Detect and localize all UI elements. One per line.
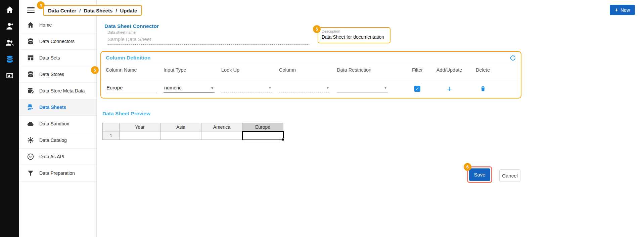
divider	[101, 64, 521, 64]
preview-col-asia[interactable]: Asia	[160, 123, 201, 131]
sidebar-item-label: Data Store Meta Data	[39, 88, 85, 93]
delete-icon[interactable]	[480, 85, 486, 92]
icon-rail	[0, 0, 19, 237]
sidebar-item-label: Home	[39, 22, 52, 28]
sidebar-menu: Home Data Connectors Data Sets Data Stor…	[19, 17, 96, 182]
sidebar-item-data-preparation[interactable]: Data Preparation	[19, 165, 96, 182]
funnel-icon	[27, 169, 34, 177]
data-sheet-name-label: Data sheet name	[107, 30, 310, 34]
cancel-button[interactable]: Cancel	[499, 169, 520, 182]
plus-icon: +	[615, 7, 618, 13]
chevron-down-icon: ▾	[327, 85, 329, 90]
section-title-data-sheet-preview: Data Sheet Preview	[102, 111, 150, 117]
breadcrumb: Data Center / Data Sheets / Update	[43, 5, 142, 16]
user-admin-icon[interactable]	[5, 22, 14, 31]
header-add-update: Add/Update	[431, 67, 468, 73]
data-sheet-name-field: Data sheet name	[107, 30, 310, 45]
sidebar-item-data-sets[interactable]: Data Sets	[19, 50, 96, 66]
main-content: Data Sheet Connector Data sheet name 5 D…	[97, 19, 644, 237]
header-column-name: Column Name	[106, 67, 164, 73]
breadcrumb-separator: /	[116, 8, 117, 13]
step-badge-5-column-definition: 5	[91, 66, 99, 74]
input-type-value: numeric	[164, 85, 182, 90]
breadcrumb-data-center[interactable]: Data Center	[48, 8, 76, 13]
data-restriction-dropdown[interactable]: ▾	[337, 85, 388, 92]
description-input[interactable]	[322, 33, 386, 40]
svg-text:API: API	[29, 156, 33, 158]
header-data-restriction: Data Restriction	[337, 67, 404, 73]
header-input-type: Input Type	[164, 67, 221, 73]
sidebar-item-data-stores[interactable]: Data Stores	[19, 66, 96, 83]
sidebar-item-data-catalog[interactable]: Data Catalog	[19, 132, 96, 149]
api-icon: API	[27, 153, 34, 160]
breadcrumb-separator: /	[79, 8, 81, 13]
corner-cell	[103, 123, 120, 131]
database-icon[interactable]	[5, 55, 14, 64]
column-definition-panel: Column Definition Column Name Input Type…	[100, 51, 521, 98]
preview-cell-europe-selected[interactable]	[242, 131, 283, 140]
preview-cell-year[interactable]	[120, 131, 160, 140]
preview-cell-asia[interactable]	[160, 131, 201, 140]
step-badge-6: 6	[464, 163, 471, 171]
sidebar-item-label: Data Stores	[39, 72, 64, 77]
column-dropdown[interactable]: ▾	[279, 85, 330, 92]
preview-col-america[interactable]: America	[201, 123, 242, 131]
preview-cell-america[interactable]	[201, 131, 242, 140]
sidebar-item-label: Data Catalog	[39, 137, 67, 143]
preview-data-row: 1	[103, 131, 283, 140]
chevron-down-icon: ▾	[211, 86, 213, 90]
home-icon[interactable]	[5, 5, 14, 14]
description-label: Description	[322, 29, 386, 33]
preview-header-row: Year Asia America Europe	[103, 123, 283, 131]
database-icon	[27, 71, 34, 78]
chevron-down-icon: ▾	[384, 85, 386, 90]
header-filter: Filter	[404, 67, 431, 73]
column-name-input[interactable]	[106, 84, 157, 93]
menu-icon[interactable]	[27, 7, 35, 13]
new-button-label: New	[620, 7, 630, 13]
header-column: Column	[279, 67, 337, 73]
database-edit-icon	[27, 87, 34, 94]
sidebar-item-data-store-meta-data[interactable]: Data Store Meta Data	[19, 83, 96, 99]
breadcrumb-update[interactable]: Update	[120, 8, 137, 13]
input-type-dropdown[interactable]: numeric ▾	[164, 84, 215, 93]
header-look-up: Look Up	[221, 67, 279, 73]
section-title-column-definition: Column Definition	[106, 55, 150, 61]
id-card-icon[interactable]	[5, 71, 14, 80]
home-icon	[27, 21, 34, 29]
data-sheet-name-input[interactable]	[107, 34, 310, 45]
breadcrumb-data-sheets[interactable]: Data Sheets	[84, 8, 112, 13]
row-number-cell: 1	[103, 131, 120, 140]
save-button[interactable]: Save	[469, 168, 490, 181]
look-up-dropdown[interactable]: ▾	[221, 85, 272, 92]
gear-database-icon	[27, 136, 34, 144]
column-definition-headers: Column Name Input Type Look Up Column Da…	[106, 67, 516, 73]
sidebar-item-label: Data Sets	[39, 55, 60, 61]
sidebar-item-label: Data As API	[39, 154, 64, 159]
sidebar-item-home[interactable]: Home	[19, 17, 96, 33]
data-sheet-preview-table: Year Asia America Europe 1	[102, 123, 284, 140]
section-title-data-sheet-connector: Data Sheet Connector	[104, 23, 159, 29]
sidebar-item-data-as-api[interactable]: API Data As API	[19, 149, 96, 165]
table-grid-icon	[27, 54, 34, 62]
sidebar-item-data-sheets[interactable]: Data Sheets	[19, 99, 96, 116]
chevron-down-icon: ▾	[269, 85, 271, 90]
step-badge-4: 4	[37, 1, 45, 9]
preview-col-europe[interactable]: Europe	[242, 123, 283, 131]
header-delete: Delete	[468, 67, 498, 73]
new-button[interactable]: + New	[610, 5, 635, 15]
sidebar-item-data-sandbox[interactable]: Data Sandbox	[19, 116, 96, 132]
filter-checkbox[interactable]: ✓	[414, 86, 420, 92]
add-update-icon[interactable]: +	[447, 85, 452, 92]
database-icon	[27, 38, 34, 45]
sidebar-item-label: Data Preparation	[39, 170, 75, 176]
divider	[101, 78, 521, 78]
cloud-icon	[27, 120, 34, 127]
preview-col-year[interactable]: Year	[120, 123, 160, 131]
step-badge-5-description: 5	[313, 25, 321, 33]
sidebar-item-label: Data Connectors	[39, 39, 75, 44]
users-icon[interactable]	[5, 38, 14, 47]
sidebar-item-label: Data Sheets	[39, 105, 66, 110]
refresh-icon[interactable]	[509, 54, 516, 62]
sidebar-item-data-connectors[interactable]: Data Connectors	[19, 33, 96, 50]
